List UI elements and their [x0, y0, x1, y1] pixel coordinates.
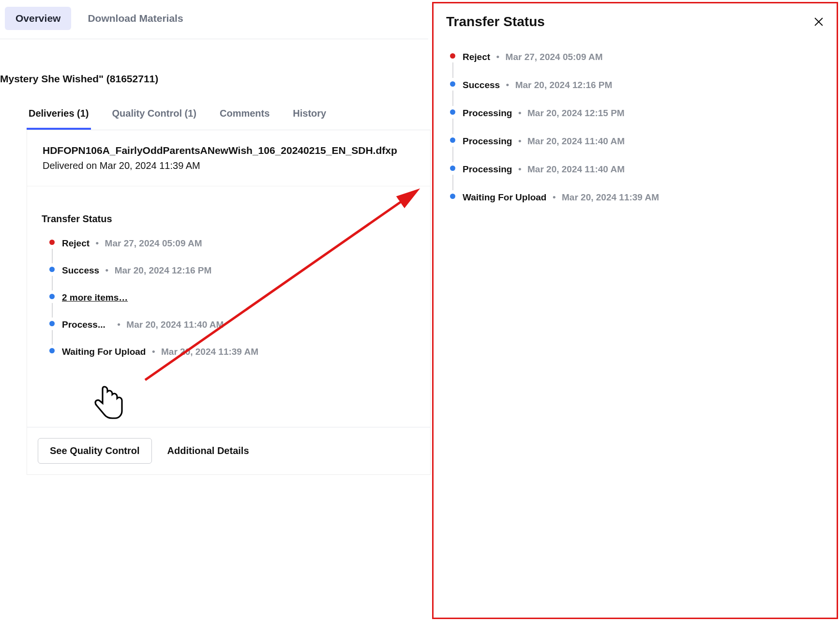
timeline-item-reject: Reject • Mar 27, 2024 05:09 AM	[447, 52, 824, 80]
additional-details-link[interactable]: Additional Details	[167, 445, 249, 456]
transfer-status-side-panel: Transfer Status Reject • Mar 27, 2024 05…	[432, 2, 838, 619]
timeline-date: Mar 20, 2024 12:16 PM	[515, 80, 613, 90]
separator-dot-icon: •	[492, 52, 503, 62]
separator-dot-icon: •	[514, 108, 525, 118]
timeline-item-processing: Processing • Mar 20, 2024 11:40 AM	[447, 164, 824, 192]
timeline-label: Process...	[62, 319, 105, 330]
transfer-status-heading: Transfer Status	[42, 213, 430, 225]
transfer-status-timeline-compact: Reject • Mar 27, 2024 05:09 AM Success •…	[46, 238, 430, 374]
timeline-label: Processing	[463, 108, 512, 118]
timeline-item-waiting-upload: Waiting For Upload • Mar 20, 2024 11:39 …	[46, 347, 430, 374]
top-nav: Overview Download Materials	[0, 0, 428, 39]
separator-dot-icon: •	[514, 164, 525, 174]
card-tabs: Deliveries (1) Quality Control (1) Comme…	[27, 99, 431, 130]
timeline-date: Mar 20, 2024 11:40 AM	[527, 164, 625, 174]
close-button[interactable]	[813, 16, 824, 27]
timeline-label: Waiting For Upload	[463, 192, 546, 202]
timeline-label: Processing	[463, 164, 512, 174]
separator-dot-icon: •	[549, 192, 560, 202]
timeline-date: Mar 27, 2024 05:09 AM	[105, 238, 202, 248]
transfer-status-timeline-full: Reject • Mar 27, 2024 05:09 AM Success •…	[446, 52, 824, 220]
timeline-item-success: Success • Mar 20, 2024 12:16 PM	[447, 80, 824, 108]
timeline-label: Success	[463, 80, 500, 90]
timeline-item-waiting-upload: Waiting For Upload • Mar 20, 2024 11:39 …	[447, 192, 824, 220]
timeline-item-more-link: 2 more items…	[46, 292, 430, 319]
side-panel-header: Transfer Status	[446, 14, 824, 30]
delivery-timestamp: Delivered on Mar 20, 2024 11:39 AM	[43, 160, 430, 171]
timeline-item-processing: Processing • Mar 20, 2024 11:40 AM	[447, 136, 824, 164]
separator-dot-icon: •	[91, 238, 103, 248]
timeline-label: Reject	[463, 52, 490, 62]
transfer-status-section: Transfer Status Reject • Mar 27, 2024 05…	[27, 186, 430, 379]
separator-dot-icon: •	[102, 265, 113, 275]
timeline-label: Success	[62, 265, 99, 275]
timeline-label: Processing	[463, 136, 512, 146]
timeline-item-processing: Processing • Mar 20, 2024 12:15 PM	[447, 108, 824, 136]
tab-deliveries[interactable]: Deliveries (1)	[27, 99, 91, 130]
tab-quality-control[interactable]: Quality Control (1)	[110, 99, 198, 130]
timeline-item-reject: Reject • Mar 27, 2024 05:09 AM	[46, 238, 430, 265]
delivery-card-outer: Deliveries (1) Quality Control (1) Comme…	[0, 85, 431, 475]
more-items-link[interactable]: 2 more items…	[62, 292, 128, 303]
timeline-date: Mar 20, 2024 12:15 PM	[527, 108, 625, 118]
timeline-date: Mar 20, 2024 11:39 AM	[161, 347, 258, 357]
tab-comments[interactable]: Comments	[218, 99, 271, 130]
delivery-file-name: HDFOPN106A_FairlyOddParentsANewWish_106_…	[43, 145, 430, 156]
timeline-date: Mar 20, 2024 11:40 AM	[126, 319, 224, 330]
side-panel-title: Transfer Status	[446, 14, 545, 30]
delivery-card-header: HDFOPN106A_FairlyOddParentsANewWish_106_…	[27, 130, 430, 186]
timeline-label: Waiting For Upload	[62, 347, 146, 357]
tab-download-materials[interactable]: Download Materials	[77, 7, 194, 30]
card-actions: See Quality Control Additional Details	[27, 427, 430, 474]
timeline-label: Reject	[62, 238, 90, 248]
timeline-item-success: Success • Mar 20, 2024 12:16 PM	[46, 265, 430, 292]
delivery-card: HDFOPN106A_FairlyOddParentsANewWish_106_…	[27, 130, 431, 475]
timeline-date: Mar 27, 2024 05:09 AM	[506, 52, 603, 62]
tab-history[interactable]: History	[291, 99, 328, 130]
see-quality-control-button[interactable]: See Quality Control	[38, 438, 152, 464]
separator-dot-icon: •	[107, 319, 124, 330]
separator-dot-icon: •	[148, 347, 159, 357]
separator-dot-icon: •	[514, 136, 525, 146]
timeline-date: Mar 20, 2024 11:40 AM	[527, 136, 625, 146]
timeline-date: Mar 20, 2024 12:16 PM	[115, 265, 212, 275]
separator-dot-icon: •	[502, 80, 513, 90]
timeline-item-processing: Process... • Mar 20, 2024 11:40 AM	[46, 319, 430, 347]
timeline-date: Mar 20, 2024 11:39 AM	[562, 192, 659, 202]
tab-overview[interactable]: Overview	[5, 7, 71, 30]
